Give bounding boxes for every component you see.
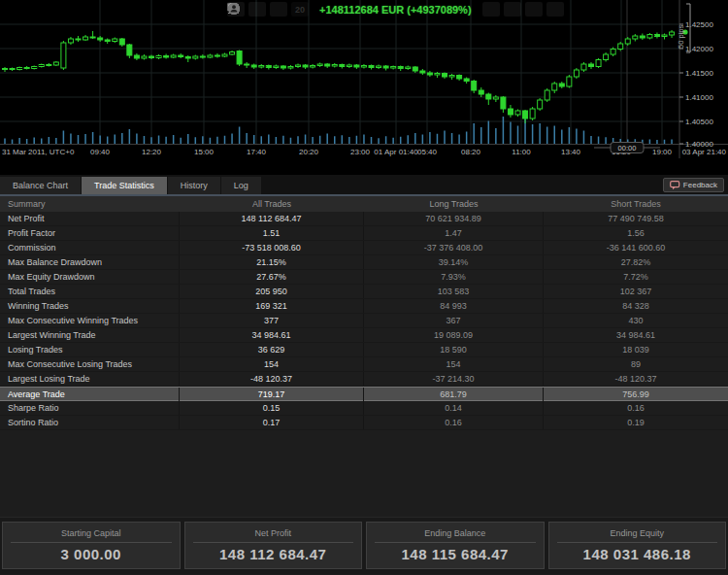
divider — [193, 542, 354, 543]
table-cell: 377 — [180, 314, 364, 327]
chart-settings-icon[interactable] — [248, 2, 266, 17]
table-cell: 148 112 684.47 — [180, 212, 364, 225]
svg-text:13:40: 13:40 — [561, 148, 581, 156]
svg-text:15:00: 15:00 — [194, 148, 215, 156]
table-cell: 719.17 — [180, 388, 364, 401]
table-cell: -48 120.37 — [180, 372, 364, 386]
table-cell: 169 321 — [180, 299, 364, 313]
table-cell: -36 141 600.60 — [544, 241, 728, 254]
table-row[interactable]: Profit Factor1.511.471.56 — [0, 226, 728, 241]
svg-text:31 Mar 2011, UTC+0: 31 Mar 2011, UTC+0 — [2, 148, 75, 156]
table-row[interactable]: Max Balance Drawdown21.15%39.14%27.82% — [0, 255, 728, 270]
table-cell: 7.72% — [544, 270, 728, 284]
table-cell: Winning Trades — [0, 299, 180, 313]
ending-balance-label: Ending Balance — [424, 528, 485, 538]
tab-log[interactable]: Log — [221, 177, 261, 194]
summary-strip: Starting Capital 3 000.00 Net Profit 148… — [0, 517, 728, 574]
net-profit-box: Net Profit 148 112 684.47 — [184, 522, 363, 569]
table-row[interactable]: Losing Trades36 62918 59018 039 — [0, 343, 728, 357]
ending-balance-box: Ending Balance 148 115 684.47 — [366, 522, 545, 569]
table-cell: 34 984.61 — [544, 328, 728, 342]
table-cell: 27.82% — [544, 255, 728, 269]
svg-text:12:20: 12:20 — [142, 148, 162, 156]
table-cell: 39.14% — [364, 255, 544, 269]
table-row[interactable]: Total Trades205 950103 583102 367 — [0, 285, 728, 299]
header-all-trades: All Trades — [180, 196, 364, 212]
notifications-icon[interactable] — [525, 2, 543, 17]
table-cell: Sortino Ratio — [0, 416, 180, 429]
table-row[interactable]: Sharpe Ratio0.150.140.16 — [0, 401, 728, 416]
svg-text:19:00: 19:00 — [652, 148, 673, 156]
table-cell: 1.56 — [544, 226, 728, 240]
svg-text:50 pips: 50 pips — [677, 25, 685, 49]
table-cell: 0.15 — [180, 401, 364, 415]
table-row[interactable]: Winning Trades169 32184 99384 328 — [0, 299, 728, 314]
divider — [375, 542, 536, 543]
checklist-icon[interactable] — [482, 2, 500, 17]
table-row[interactable]: Net Profit148 112 684.4770 621 934.8977 … — [0, 212, 728, 226]
header-summary: Summary — [0, 196, 180, 212]
net-profit-readout: +148112684 EUR (+4937089%) — [319, 4, 472, 16]
zoom-level-label: 20 — [295, 5, 305, 15]
svg-text:11:00: 11:00 — [512, 148, 531, 156]
svg-text:09:40: 09:40 — [90, 148, 111, 156]
table-body: Net Profit148 112 684.4770 621 934.8977 … — [0, 212, 728, 430]
table-cell: 0.16 — [544, 401, 728, 415]
table-row[interactable]: Max Equity Drawdown27.67%7.93%7.72% — [0, 270, 728, 285]
table-row[interactable]: Max Consecutive Losing Trades15415489 — [0, 357, 728, 372]
table-row[interactable]: Average Trade719.17681.79756.99 — [0, 387, 728, 401]
table-cell: Commission — [0, 241, 180, 254]
table-cell: Sharpe Ratio — [0, 401, 180, 415]
feedback-label: Feedback — [683, 181, 717, 189]
candlesticks-icon[interactable] — [270, 2, 287, 17]
backtesting-window: 1.425001.420001.415001.410001.405001.400… — [0, 0, 728, 575]
table-cell: 18 039 — [544, 343, 728, 356]
ending-equity-value: 148 031 486.18 — [583, 546, 691, 562]
table-row[interactable]: Max Consecutive Winning Trades377367430 — [0, 314, 728, 328]
account-icon[interactable] — [546, 2, 564, 17]
svg-text:05:40: 05:40 — [417, 148, 438, 156]
candlestick-chart-panel[interactable]: 1.425001.420001.415001.410001.405001.400… — [0, 0, 728, 175]
table-cell: 77 490 749.58 — [544, 212, 728, 225]
table-cell: 0.16 — [364, 416, 544, 429]
table-cell: Max Balance Drawdown — [0, 255, 180, 269]
table-cell: Max Equity Drawdown — [0, 270, 180, 284]
tab-history[interactable]: History — [168, 177, 220, 194]
feedback-button[interactable]: Feedback — [663, 178, 724, 192]
table-row[interactable]: Sortino Ratio0.170.160.19 — [0, 416, 728, 430]
svg-text:03 Apr 21:40: 03 Apr 21:40 — [682, 148, 727, 156]
results-tabbar: Balance Chart Trade Statistics History L… — [0, 175, 728, 196]
table-cell: 19 089.09 — [364, 328, 544, 342]
svg-text:1.41000: 1.41000 — [685, 93, 713, 102]
info-icon[interactable]: f — [504, 2, 521, 17]
table-cell: 1.47 — [364, 226, 544, 240]
table-cell: 154 — [180, 357, 364, 371]
divider — [557, 542, 718, 543]
table-cell: -48 120.37 — [544, 372, 728, 386]
starting-capital-box: Starting Capital 3 000.00 — [2, 522, 181, 569]
table-header-row: Summary All Trades Long Trades Short Tra… — [0, 196, 728, 212]
table-cell: Losing Trades — [0, 343, 180, 356]
table-cell: Total Trades — [0, 285, 180, 298]
table-cell: 36 629 — [180, 343, 364, 356]
ending-balance-value: 148 115 684.47 — [402, 546, 509, 562]
table-cell: Max Consecutive Winning Trades — [0, 314, 180, 327]
table-cell: Net Profit — [0, 212, 180, 225]
table-cell: Profit Factor — [0, 226, 180, 240]
table-cell: 84 328 — [544, 299, 728, 313]
svg-text:00:00: 00:00 — [618, 144, 637, 152]
tab-balance-chart[interactable]: Balance Chart — [0, 177, 81, 194]
table-cell: 102 367 — [544, 285, 728, 298]
table-cell: 681.79 — [364, 388, 544, 401]
tab-trade-statistics[interactable]: Trade Statistics — [82, 177, 167, 194]
price-chart[interactable]: 1.425001.420001.415001.410001.405001.400… — [0, 0, 728, 175]
table-row[interactable]: Commission-73 518 008.60-37 376 408.00-3… — [0, 241, 728, 255]
zoom-level-button[interactable]: 20 — [291, 2, 309, 17]
table-cell: Largest Winning Trade — [0, 328, 180, 342]
svg-text:23:00: 23:00 — [350, 148, 371, 156]
table-row[interactable]: Largest Losing Trade-48 120.37-37 214.30… — [0, 372, 728, 387]
table-row[interactable]: Largest Winning Trade34 984.6119 089.093… — [0, 328, 728, 343]
header-short-trades: Short Trades — [544, 196, 728, 212]
feedback-bubble-icon — [670, 181, 680, 190]
table-cell: Largest Losing Trade — [0, 372, 180, 386]
